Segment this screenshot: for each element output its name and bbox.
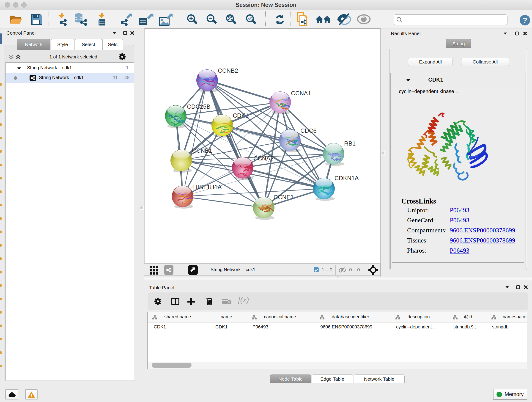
svg-text:CDC25B: CDC25B: [187, 103, 210, 110]
svg-text:HIST1H1A: HIST1H1A: [193, 184, 222, 191]
svg-text:CCNA2: CCNA2: [253, 155, 273, 162]
svg-text:RB1: RB1: [344, 140, 356, 147]
svg-text:CCNB2: CCNB2: [218, 67, 238, 74]
svg-text:CDK1: CDK1: [233, 112, 249, 119]
svg-text:CDKN1A: CDKN1A: [335, 175, 359, 182]
svg-text:CCNA1: CCNA1: [291, 90, 311, 97]
svg-text:CDC6: CDC6: [300, 127, 317, 134]
svg-text:CCNE1: CCNE1: [273, 194, 294, 201]
svg-text:CCNB1: CCNB1: [192, 147, 212, 154]
